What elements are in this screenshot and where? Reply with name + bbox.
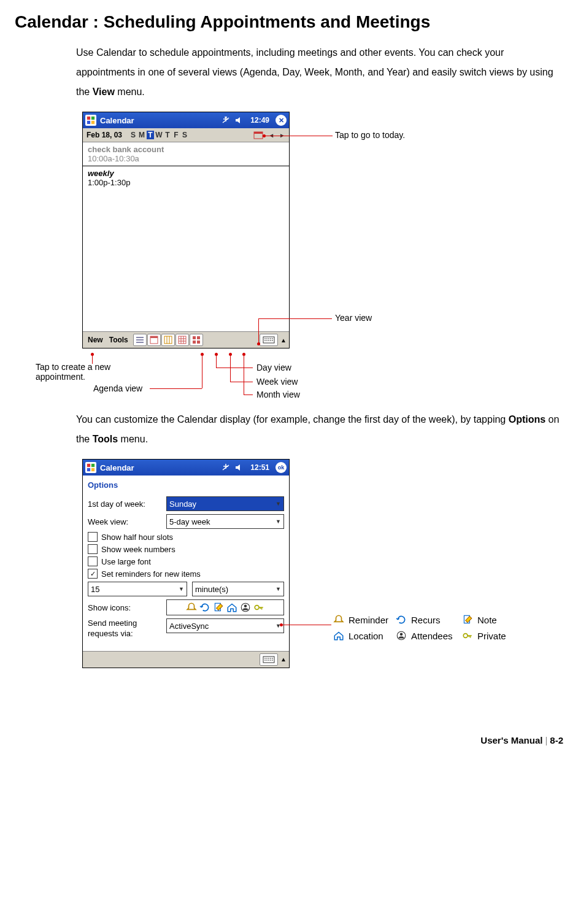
app-title-2: Calendar [100,463,134,472]
sip-keyboard-icon[interactable] [260,334,278,346]
reminder-unit-dropdown[interactable]: minute(s) [192,582,284,596]
intro2-pre: You can customize the Calendar display (… [76,414,509,425]
day-view-icon[interactable] [147,334,161,346]
reminders-checkbox[interactable] [88,569,98,579]
week-numbers-checkbox[interactable] [88,544,98,554]
app-title: Calendar [100,116,134,125]
intro-text-pre: Use Calendar to schedule appointments, i… [76,47,553,97]
first-day-dropdown[interactable]: Sunday [166,496,284,511]
start-icon-2[interactable] [85,462,96,473]
week-view-dropdown[interactable]: 5-day week [166,514,284,529]
current-appointment[interactable]: weekly 1:00p-1:30p [83,166,289,190]
day-s[interactable]: S [129,131,137,139]
day-f[interactable]: F [172,131,180,139]
day-s2[interactable]: S [181,131,188,139]
location-icon[interactable] [226,602,237,613]
svg-rect-2 [87,121,90,124]
svg-rect-16 [197,341,200,344]
reminder-value-dropdown[interactable]: 15 [88,582,187,596]
menu-up-icon-2[interactable]: ▲ [280,656,287,663]
legend-reminder: Reminder [349,615,391,625]
volume-icon-2[interactable] [234,463,244,472]
intro-text-post: menu. [115,87,145,97]
svg-rect-11 [164,336,172,344]
volume-icon[interactable] [234,115,244,125]
send-via-dropdown[interactable]: ActiveSync [166,618,284,633]
legend-note: Note [477,615,497,625]
svg-rect-12 [179,336,186,344]
date-strip: Feb 18, 03 S M T W T F S ◄ ► [83,128,289,142]
svg-rect-1 [91,117,94,120]
half-hour-checkbox[interactable] [88,532,98,542]
intro2-tools: Tools [93,434,118,444]
svg-rect-26 [263,656,274,663]
menu-up-icon[interactable]: ▲ [280,337,287,344]
day-t2[interactable]: T [164,131,171,139]
callout-new-appointment: Tap to create a new appointment. [36,362,134,382]
svg-rect-19 [91,464,94,467]
svg-rect-6 [136,337,144,338]
callout-week-view: Week view [256,377,298,387]
attendees-icon[interactable] [240,602,251,613]
icon-legend: Reminder Recurs Note Location Attendees … [333,614,506,645]
svg-rect-21 [91,468,94,471]
signal-icon-2[interactable] [221,463,231,472]
clock-label[interactable]: 12:49 [250,116,269,125]
legend-recurs: Recurs [411,615,458,625]
ok-icon[interactable]: ok [276,462,287,473]
signal-icon[interactable] [221,115,231,125]
new-button[interactable]: New [85,336,106,344]
tools-button[interactable]: Tools [107,336,131,344]
titlebar-2: Calendar 12:51 ok [83,460,289,475]
clock-label-2[interactable]: 12:51 [250,463,269,472]
intro-paragraph: Use Calendar to schedule appointments, i… [76,43,563,102]
year-view-icon[interactable] [190,334,203,346]
svg-point-25 [255,606,259,610]
svg-rect-15 [193,341,196,344]
svg-rect-13 [193,336,196,339]
start-icon[interactable] [85,115,96,126]
weekday-picker[interactable]: S M T W T F S [129,131,188,139]
day-w[interactable]: W [155,131,163,139]
legend-reminder-icon [333,614,345,626]
today-icon[interactable] [253,130,263,140]
day-t1[interactable]: T [147,131,154,139]
week-numbers-label: Show week numbers [101,545,175,554]
sip-keyboard-icon-2[interactable] [260,653,278,666]
callout-day-view: Day view [256,363,291,372]
past-appointment[interactable]: check bank account 10:00a-10:30a [83,142,289,166]
legend-location-icon [333,629,345,642]
legend-attendees-icon [395,629,407,642]
current-appt-title: weekly [88,169,284,178]
agenda-view-icon[interactable] [133,334,147,346]
note-icon[interactable] [213,602,224,613]
large-font-checkbox[interactable] [88,556,98,566]
day-m[interactable]: M [138,131,145,139]
show-icons-label: Show icons: [88,603,161,612]
footer-page: 8-2 [550,735,563,745]
date-label: Feb 18, 03 [87,131,122,139]
private-icon[interactable] [253,602,264,613]
show-icons-box[interactable] [166,599,284,615]
intro2-post: menu. [118,434,148,444]
legend-recurs-icon [395,614,407,626]
svg-rect-7 [136,339,144,341]
intro-bold-view: View [93,87,115,97]
week-view-icon[interactable] [161,334,175,346]
recurs-icon[interactable] [199,602,210,613]
svg-point-29 [400,633,403,636]
current-appt-time: 1:00p-1:30p [88,178,284,187]
close-icon[interactable]: ✕ [276,115,287,126]
month-view-icon[interactable] [175,334,189,346]
legend-note-icon [461,614,474,626]
reminder-icon[interactable] [186,602,197,613]
half-hour-label: Show half hour slots [101,533,173,542]
callout-agenda-view: Agenda view [93,383,142,393]
date-right-icon[interactable]: ► [279,132,285,139]
svg-rect-5 [254,132,263,134]
date-left-icon[interactable]: ◄ [268,132,274,139]
past-appt-time: 10:00a-10:30a [88,154,284,163]
callout-year-view: Year view [335,313,372,323]
large-font-label: Use large font [101,557,151,566]
legend-attendees: Attendees [411,631,458,641]
